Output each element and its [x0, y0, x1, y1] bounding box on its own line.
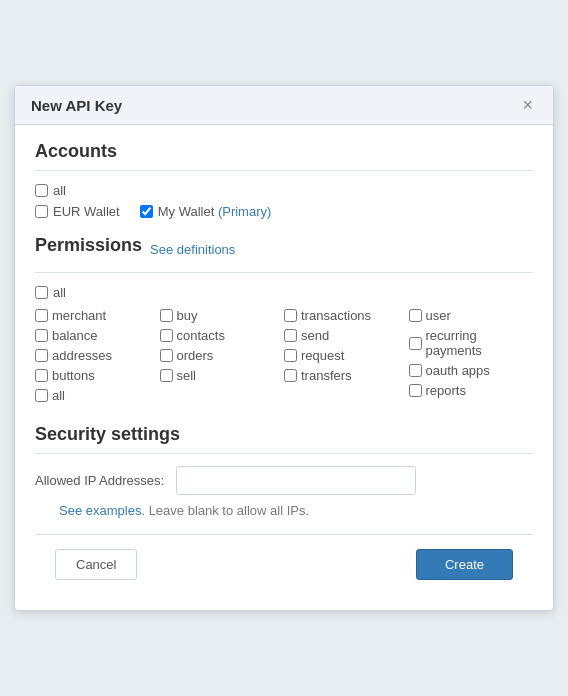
perm-transfers: transfers: [284, 368, 409, 383]
permissions-all-row: all: [35, 285, 533, 300]
my-wallet-primary-text: (Primary): [218, 204, 271, 219]
perm-balance-checkbox[interactable]: [35, 329, 48, 342]
perm-sell-checkbox[interactable]: [160, 369, 173, 382]
perm-transfers-checkbox[interactable]: [284, 369, 297, 382]
perm-orders-checkbox[interactable]: [160, 349, 173, 362]
permissions-section: Permissions See definitions all merchant: [35, 235, 533, 408]
security-section-title: Security settings: [35, 424, 533, 445]
perm-buttons: buttons: [35, 368, 160, 383]
modal-body: Accounts all EUR Wallet My Wallet (Prima…: [15, 125, 553, 610]
perm-col-1: merchant balance addresses buttons: [35, 308, 160, 408]
perm-contacts-checkbox[interactable]: [160, 329, 173, 342]
perm-sell-label[interactable]: sell: [177, 368, 197, 383]
eur-wallet-checkbox[interactable]: [35, 205, 48, 218]
modal-header: New API Key ×: [15, 86, 553, 125]
allowed-ip-row: Allowed IP Addresses:: [35, 466, 533, 495]
perm-transfers-label[interactable]: transfers: [301, 368, 352, 383]
see-examples-link[interactable]: See examples.: [59, 503, 145, 518]
perm-all-bottom-checkbox[interactable]: [35, 389, 48, 402]
allowed-ip-input[interactable]: [176, 466, 416, 495]
eur-wallet-label[interactable]: EUR Wallet: [53, 204, 120, 219]
perm-request-checkbox[interactable]: [284, 349, 297, 362]
perm-merchant-checkbox[interactable]: [35, 309, 48, 322]
modal-title: New API Key: [31, 97, 122, 114]
perm-request: request: [284, 348, 409, 363]
perm-reports-label[interactable]: reports: [426, 383, 466, 398]
perm-addresses: addresses: [35, 348, 160, 363]
perm-reports-checkbox[interactable]: [409, 384, 422, 397]
security-section: Security settings Allowed IP Addresses: …: [35, 424, 533, 518]
perm-request-label[interactable]: request: [301, 348, 344, 363]
perm-all-bottom: all: [35, 388, 160, 403]
accounts-divider: [35, 170, 533, 171]
cancel-button[interactable]: Cancel: [55, 549, 137, 580]
perm-oauth-label[interactable]: oauth apps: [426, 363, 490, 378]
perm-merchant: merchant: [35, 308, 160, 323]
ip-hint-text: Leave blank to allow all IPs.: [149, 503, 309, 518]
perm-merchant-label[interactable]: merchant: [52, 308, 106, 323]
close-button[interactable]: ×: [518, 96, 537, 114]
perm-balance-label[interactable]: balance: [52, 328, 98, 343]
perm-col-2: buy contacts orders sell: [160, 308, 285, 408]
perm-buttons-checkbox[interactable]: [35, 369, 48, 382]
perm-sell: sell: [160, 368, 285, 383]
permissions-all-label[interactable]: all: [53, 285, 66, 300]
new-api-key-modal: New API Key × Accounts all EUR Wallet My…: [14, 85, 554, 611]
accounts-all-label[interactable]: all: [53, 183, 66, 198]
accounts-all-checkbox[interactable]: [35, 184, 48, 197]
perm-user: user: [409, 308, 534, 323]
modal-footer: Cancel Create: [35, 534, 533, 594]
perm-addresses-label[interactable]: addresses: [52, 348, 112, 363]
perm-buy: buy: [160, 308, 285, 323]
ip-hint: See examples. Leave blank to allow all I…: [39, 503, 533, 518]
perm-orders: orders: [160, 348, 285, 363]
perm-transactions: transactions: [284, 308, 409, 323]
accounts-section-title: Accounts: [35, 141, 533, 162]
perm-oauth-apps: oauth apps: [409, 363, 534, 378]
perm-recurring-checkbox[interactable]: [409, 337, 422, 350]
perm-col-3: transactions send request transfers: [284, 308, 409, 408]
perm-buy-checkbox[interactable]: [160, 309, 173, 322]
perm-send-label[interactable]: send: [301, 328, 329, 343]
my-wallet-checkbox[interactable]: [140, 205, 153, 218]
perm-buy-label[interactable]: buy: [177, 308, 198, 323]
perm-balance: balance: [35, 328, 160, 343]
my-wallet-item: My Wallet (Primary): [140, 204, 272, 219]
security-divider: [35, 453, 533, 454]
perm-transactions-checkbox[interactable]: [284, 309, 297, 322]
perm-contacts: contacts: [160, 328, 285, 343]
wallet-row: EUR Wallet My Wallet (Primary): [35, 204, 533, 219]
permissions-section-title: Permissions: [35, 235, 142, 256]
create-button[interactable]: Create: [416, 549, 513, 580]
permissions-all-checkbox[interactable]: [35, 286, 48, 299]
accounts-all-row: all: [35, 183, 533, 198]
permissions-header: Permissions See definitions: [35, 235, 533, 264]
perm-buttons-label[interactable]: buttons: [52, 368, 95, 383]
see-definitions-link[interactable]: See definitions: [150, 242, 235, 257]
perm-user-label[interactable]: user: [426, 308, 451, 323]
permissions-divider: [35, 272, 533, 273]
perm-send-checkbox[interactable]: [284, 329, 297, 342]
eur-wallet-item: EUR Wallet: [35, 204, 120, 219]
perm-all-bottom-label[interactable]: all: [52, 388, 65, 403]
perm-recurring-label[interactable]: recurring payments: [426, 328, 534, 358]
perm-contacts-label[interactable]: contacts: [177, 328, 225, 343]
permissions-grid: merchant balance addresses buttons: [35, 308, 533, 408]
allowed-ip-label: Allowed IP Addresses:: [35, 473, 164, 488]
perm-oauth-checkbox[interactable]: [409, 364, 422, 377]
perm-addresses-checkbox[interactable]: [35, 349, 48, 362]
perm-col-4: user recurring payments oauth apps repor…: [409, 308, 534, 408]
perm-transactions-label[interactable]: transactions: [301, 308, 371, 323]
perm-user-checkbox[interactable]: [409, 309, 422, 322]
my-wallet-label[interactable]: My Wallet (Primary): [158, 204, 272, 219]
perm-reports: reports: [409, 383, 534, 398]
perm-orders-label[interactable]: orders: [177, 348, 214, 363]
my-wallet-text: My Wallet: [158, 204, 215, 219]
perm-send: send: [284, 328, 409, 343]
perm-recurring-payments: recurring payments: [409, 328, 534, 358]
